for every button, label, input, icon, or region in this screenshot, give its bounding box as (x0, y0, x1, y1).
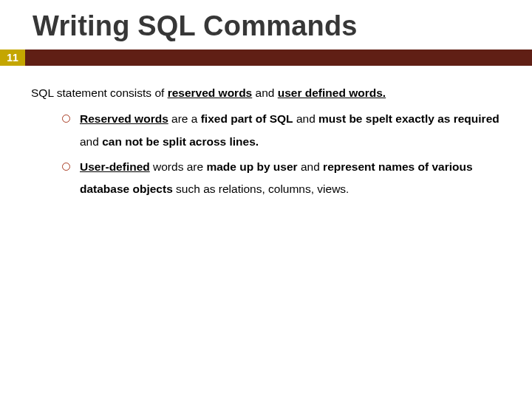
slide-body: SQL statement consists of reserved words… (0, 66, 532, 200)
bullet-text: and (298, 160, 323, 173)
bullet-text: and (80, 135, 102, 148)
accent-bar-fill (25, 50, 532, 66)
intro-reserved-words: reserved words (168, 86, 253, 99)
intro-line: SQL statement consists of reserved words… (31, 82, 504, 103)
bullet-text: and (293, 112, 318, 125)
list-item: Reserved words are a fixed part of SQL a… (62, 108, 504, 152)
accent-bar: 11 (0, 50, 532, 66)
bullet-text: are a (168, 112, 201, 125)
bullet-text: words are (150, 160, 207, 173)
intro-and: and (252, 86, 277, 99)
bullet-list: Reserved words are a fixed part of SQL a… (31, 108, 504, 200)
bullet-bold: fixed part of SQL (201, 112, 293, 125)
list-item: User-defined words are made up by user a… (62, 156, 504, 200)
intro-user-defined-words: user defined words. (278, 86, 386, 99)
bullet-bold: must be spelt exactly as required (318, 112, 499, 125)
bullet-lead: Reserved words (80, 112, 168, 125)
slide-title: Writing SQL Commands (0, 0, 532, 50)
bullet-bold: can not be split across lines. (102, 135, 259, 148)
slide-number-badge: 11 (0, 50, 25, 66)
bullet-bold: made up by user (206, 160, 297, 173)
bullet-lead: User-defined (80, 160, 150, 173)
intro-text-1: SQL statement consists of (31, 86, 168, 99)
bullet-text: such as relations, columns, views. (173, 183, 349, 195)
